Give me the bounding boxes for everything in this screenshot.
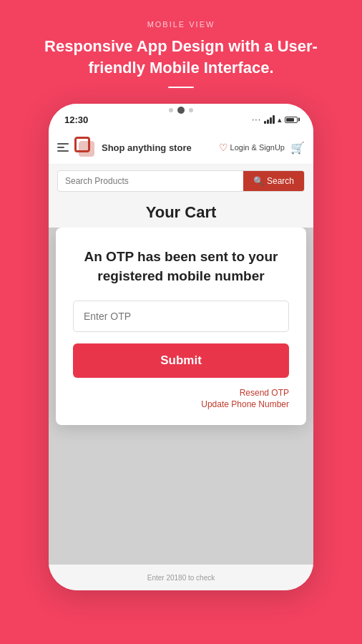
status-bar: 12:30 ··· ▴: [49, 104, 313, 132]
header-right: ♡ Login & SignUp 🛒: [219, 141, 305, 155]
modal-overlay: $49 An OTP has been sent to your registe…: [49, 228, 313, 565]
otp-modal: An OTP has been sent to your registered …: [56, 228, 306, 424]
otp-message: An OTP has been sent to your registered …: [73, 248, 289, 286]
app-logo: [74, 137, 96, 158]
notch: [152, 104, 210, 117]
signal-icon: [264, 115, 275, 124]
cart-icon[interactable]: 🛒: [290, 141, 305, 155]
notch-dot2: [189, 108, 193, 112]
hamburger-line1: [57, 143, 69, 145]
update-phone-link[interactable]: Update Phone Number: [201, 399, 289, 409]
signal-bar3: [270, 117, 272, 124]
modal-links: Resend OTP Update Phone Number: [73, 388, 289, 409]
login-signup-button[interactable]: ♡ Login & SignUp: [219, 142, 285, 153]
cart-title: Your Cart: [57, 203, 305, 222]
wifi-icon: ▴: [278, 115, 282, 125]
signal-bar2: [267, 119, 269, 124]
phone-frame: 12:30 ··· ▴: [49, 104, 313, 590]
otp-input[interactable]: [84, 311, 278, 322]
hamburger-icon[interactable]: [57, 143, 69, 152]
heart-icon: ♡: [219, 142, 228, 153]
mobile-view-label: MOBILE VIEW: [147, 20, 215, 29]
status-icons: ··· ▴: [252, 114, 298, 125]
cart-title-area: Your Cart: [49, 197, 313, 228]
bottom-hint: Enter 20180 to check: [147, 574, 215, 582]
search-bar: 🔍 Search: [57, 170, 305, 192]
battery-fill: [286, 118, 294, 122]
phone-bottom: Enter 20180 to check: [49, 565, 313, 590]
search-input[interactable]: [58, 171, 243, 191]
login-text: Login & SignUp: [230, 143, 285, 152]
submit-button[interactable]: Submit: [73, 343, 289, 378]
status-menu-dots: ···: [252, 114, 261, 125]
battery-tip: [298, 118, 300, 122]
search-icon: 🔍: [253, 176, 264, 186]
search-button-label: Search: [267, 176, 294, 186]
header-left: Shop anything store: [57, 137, 192, 158]
logo-square2: [79, 141, 94, 157]
search-container: 🔍 Search: [49, 165, 313, 197]
search-button[interactable]: 🔍 Search: [243, 171, 304, 191]
app-header: Shop anything store ♡ Login & SignUp 🛒: [49, 132, 313, 165]
headline-text: Responsive App Design with a User-friend…: [0, 36, 362, 78]
headline-divider: [168, 87, 194, 88]
store-name: Shop anything store: [102, 142, 192, 153]
resend-otp-link[interactable]: Resend OTP: [240, 388, 289, 398]
signal-bar1: [264, 121, 266, 124]
signal-bar4: [273, 115, 275, 124]
battery-icon: [285, 117, 298, 123]
notch-camera: [177, 107, 185, 114]
otp-input-wrapper: [73, 301, 289, 332]
hamburger-line3: [57, 150, 69, 152]
notch-dot: [169, 108, 173, 112]
status-time: 12:30: [64, 114, 88, 125]
hamburger-line2: [57, 147, 64, 148]
